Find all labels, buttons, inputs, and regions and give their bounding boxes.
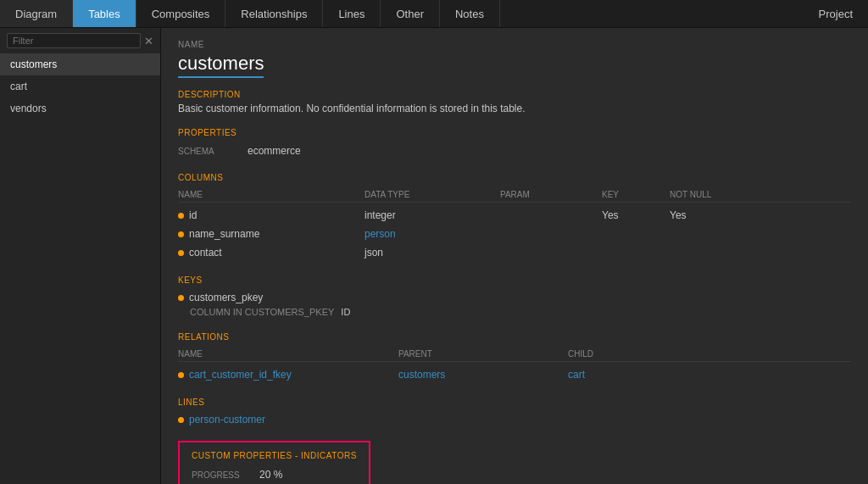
columns-section: COLUMNS NAME DATA TYPE PARAM KEY NOT NUL… xyxy=(178,173,851,262)
col-name-contact: contact xyxy=(178,247,364,259)
col-datatype-namesurname[interactable]: person xyxy=(364,228,500,240)
relations-label: RELATIONS xyxy=(178,332,851,342)
col-datatype-contact: json xyxy=(364,247,500,259)
col-header-datatype: DATA TYPE xyxy=(364,190,500,199)
rel-name-link[interactable]: cart_customer_id_fkey xyxy=(189,369,292,381)
rel-name-col: cart_customer_id_fkey xyxy=(178,369,398,381)
sidebar-filter-bar: ✕ xyxy=(0,28,160,53)
keys-section: KEYS customers_pkey COLUMN IN CUSTOMERS_… xyxy=(178,275,851,319)
lines-section: LINES person-customer xyxy=(178,398,851,427)
key-col-label: COLUMN IN CUSTOMERS_PKEY xyxy=(190,307,334,317)
name-section-label: NAME xyxy=(178,40,851,49)
dot-icon xyxy=(178,417,184,423)
top-nav: Diagram Tables Composites Relationships … xyxy=(0,0,868,28)
rel-header-name: NAME xyxy=(178,349,398,359)
col-notnull-id: Yes xyxy=(670,209,737,221)
rel-child-link[interactable]: cart xyxy=(568,369,737,381)
sidebar-item-cart[interactable]: cart xyxy=(0,75,160,97)
nav-notes[interactable]: Notes xyxy=(440,0,500,27)
table-row: cart_customer_id_fkey customers cart xyxy=(178,365,851,384)
col-header-name: NAME xyxy=(178,190,364,199)
nav-other[interactable]: Other xyxy=(381,0,440,27)
nav-relationships[interactable]: Relationships xyxy=(225,0,323,27)
table-row: name_surname person xyxy=(178,225,851,243)
relations-header: NAME PARENT CHILD xyxy=(178,347,851,362)
col-name-text: contact xyxy=(189,247,222,259)
rel-parent-link[interactable]: customers xyxy=(398,369,568,381)
columns-header: NAME DATA TYPE PARAM KEY NOT NULL xyxy=(178,187,851,203)
rel-header-child: CHILD xyxy=(568,349,737,359)
rel-header-parent: PARENT xyxy=(398,349,568,359)
col-header-notnull: NOT NULL xyxy=(670,190,737,199)
line-item[interactable]: person-customer xyxy=(178,412,851,427)
dot-icon xyxy=(178,231,184,237)
col-name-id: id xyxy=(178,209,364,221)
col-datatype-id: integer xyxy=(364,209,500,221)
progress-value: 20 % xyxy=(259,469,282,481)
content-area: NAME customers DESCRIPTION Basic custome… xyxy=(161,28,868,484)
dot-icon xyxy=(178,213,184,219)
col-name-text: name_surname xyxy=(189,228,259,240)
nav-diagram[interactable]: Diagram xyxy=(0,0,73,27)
dot-icon xyxy=(178,250,184,256)
col-header-param: PARAM xyxy=(500,190,602,199)
table-row: id integer Yes Yes xyxy=(178,206,851,225)
nav-composites[interactable]: Composites xyxy=(136,0,226,27)
main-layout: ✕ customers cart vendors NAME customers … xyxy=(0,28,868,484)
nav-lines[interactable]: Lines xyxy=(323,0,381,27)
table-row: contact json xyxy=(178,243,851,262)
columns-label: COLUMNS xyxy=(178,173,851,182)
sidebar: ✕ customers cart vendors xyxy=(0,28,161,484)
nav-tables[interactable]: Tables xyxy=(73,0,136,27)
dot-icon xyxy=(178,372,184,378)
custom-prop-progress: PROGRESS 20 % xyxy=(192,467,357,482)
line-name: person-customer xyxy=(189,414,265,426)
progress-key: PROGRESS xyxy=(192,470,251,480)
col-key-id: Yes xyxy=(602,209,670,221)
properties-label: PROPERTIES xyxy=(178,128,851,137)
sidebar-items-list: customers cart vendors xyxy=(0,53,160,484)
properties-section: PROPERTIES SCHEMA ecommerce xyxy=(178,128,851,159)
schema-value: ecommerce xyxy=(248,145,301,157)
keys-label: KEYS xyxy=(178,275,851,285)
filter-input[interactable] xyxy=(7,33,141,48)
nav-project[interactable]: Project xyxy=(804,0,868,27)
custom-properties-section: CUSTOM PROPERTIES - INDICATORS PROGRESS … xyxy=(178,441,370,484)
custom-props-label: CUSTOM PROPERTIES - INDICATORS xyxy=(192,451,357,460)
description-label: DESCRIPTION xyxy=(178,90,851,99)
key-column-row: COLUMN IN CUSTOMERS_PKEY id xyxy=(178,305,851,319)
schema-key: SCHEMA xyxy=(178,147,237,156)
key-name: customers_pkey xyxy=(189,292,263,303)
col-name-text: id xyxy=(189,209,197,221)
sidebar-item-customers[interactable]: customers xyxy=(0,53,160,75)
clear-filter-button[interactable]: ✕ xyxy=(144,36,153,47)
key-col-value: id xyxy=(341,307,350,317)
col-name-namesurname: name_surname xyxy=(178,228,364,240)
sidebar-item-vendors[interactable]: vendors xyxy=(0,97,160,120)
dot-icon xyxy=(178,295,184,301)
description-text: Basic customer information. No confident… xyxy=(178,103,851,114)
relations-section: RELATIONS NAME PARENT CHILD cart_custome… xyxy=(178,332,851,384)
table-name-heading: customers xyxy=(178,53,264,78)
key-item: customers_pkey xyxy=(178,290,851,305)
col-header-key: KEY xyxy=(602,190,670,199)
schema-row: SCHEMA ecommerce xyxy=(178,142,851,159)
lines-label: LINES xyxy=(178,398,851,407)
